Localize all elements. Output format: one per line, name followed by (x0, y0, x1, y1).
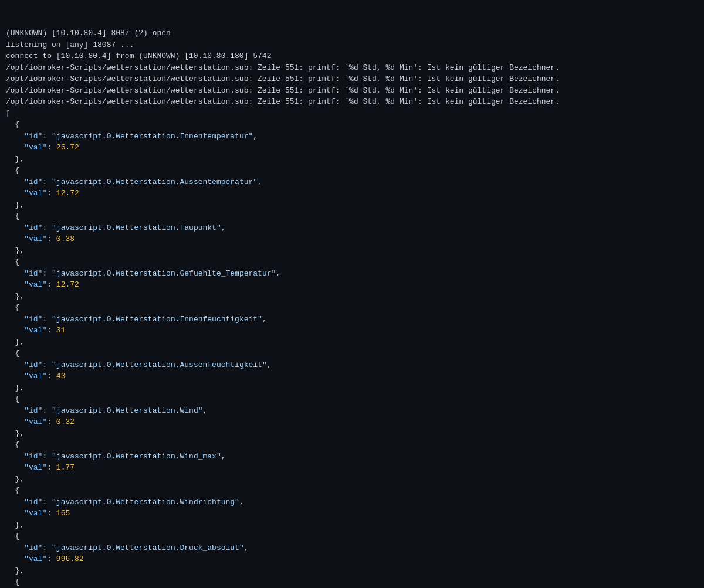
json-val-line-5: "val": 43 (6, 371, 698, 382)
json-entry-open-10: { (6, 576, 698, 588)
json-entry-close-7: }, (6, 474, 698, 485)
warning-line-1: /opt/iobroker-Scripts/wetterstation/wett… (6, 73, 698, 85)
json-val-line-4: "val": 31 (6, 325, 698, 337)
terminal-content: (UNKNOWN) [10.10.80.4] 8087 (?) openlist… (6, 28, 698, 588)
json-val-line-3: "val": 12.72 (6, 279, 698, 291)
json-id-line-1: "id": "javascript.0.Wetterstation.Aussen… (6, 176, 698, 188)
json-id-line-3: "id": "javascript.0.Wetterstation.Gefueh… (6, 268, 698, 280)
json-entry-open-2: { (6, 210, 698, 222)
json-val-line-0: "val": 26.72 (6, 142, 698, 154)
header-line-2: connect to [10.10.80.4] from (UNKNOWN) [… (6, 50, 698, 62)
json-val-line-7: "val": 1.77 (6, 462, 698, 474)
json-entry-close-5: }, (6, 382, 698, 394)
header-line-0: (UNKNOWN) [10.10.80.4] 8087 (?) open (6, 28, 698, 39)
json-open-bracket: [ (6, 108, 698, 120)
json-id-line-0: "id": "javascript.0.Wetterstation.Innent… (6, 131, 698, 142)
json-id-line-8: "id": "javascript.0.Wetterstation.Windri… (6, 497, 698, 508)
json-entry-close-4: }, (6, 337, 698, 348)
json-val-line-2: "val": 0.38 (6, 233, 698, 245)
json-id-line-2: "id": "javascript.0.Wetterstation.Taupun… (6, 222, 698, 234)
json-entry-open-9: { (6, 531, 698, 542)
json-entry-open-5: { (6, 348, 698, 359)
json-id-line-5: "id": "javascript.0.Wetterstation.Aussen… (6, 359, 698, 371)
warning-line-2: /opt/iobroker-Scripts/wetterstation/wett… (6, 85, 698, 97)
json-entry-close-1: }, (6, 199, 698, 211)
json-val-line-6: "val": 0.32 (6, 416, 698, 428)
json-entry-open-4: { (6, 302, 698, 314)
warning-line-0: /opt/iobroker-Scripts/wetterstation/wett… (6, 62, 698, 74)
warning-line-3: /opt/iobroker-Scripts/wetterstation/wett… (6, 96, 698, 108)
header-line-1: listening on [any] 18087 ... (6, 39, 698, 51)
json-entry-open-1: { (6, 165, 698, 176)
json-entry-close-0: }, (6, 154, 698, 165)
json-id-line-9: "id": "javascript.0.Wetterstation.Druck_… (6, 542, 698, 554)
json-entry-close-6: }, (6, 428, 698, 440)
json-entry-close-8: }, (6, 519, 698, 531)
json-entry-open-0: { (6, 119, 698, 131)
terminal-container: (UNKNOWN) [10.10.80.4] 8087 (?) openlist… (6, 5, 698, 588)
json-entry-open-6: { (6, 393, 698, 405)
json-entry-open-7: { (6, 439, 698, 451)
json-id-line-7: "id": "javascript.0.Wetterstation.Wind_m… (6, 451, 698, 463)
json-entry-close-3: }, (6, 291, 698, 303)
json-entry-close-9: }, (6, 565, 698, 577)
json-val-line-9: "val": 996.82 (6, 553, 698, 565)
json-val-line-8: "val": 165 (6, 508, 698, 519)
json-entry-close-2: }, (6, 245, 698, 257)
json-entry-open-3: { (6, 256, 698, 268)
json-id-line-4: "id": "javascript.0.Wetterstation.Innenf… (6, 314, 698, 325)
json-val-line-1: "val": 12.72 (6, 188, 698, 199)
json-id-line-6: "id": "javascript.0.Wetterstation.Wind", (6, 405, 698, 417)
json-entry-open-8: { (6, 485, 698, 497)
